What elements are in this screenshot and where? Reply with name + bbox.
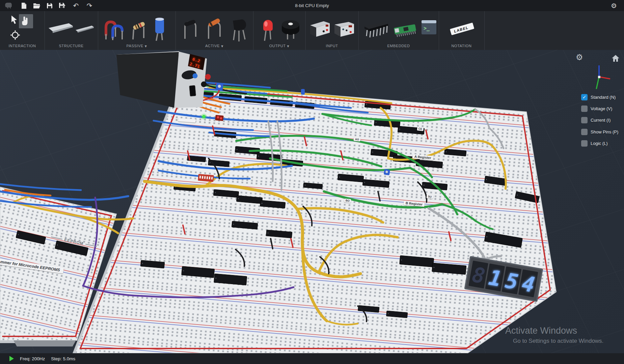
section-label-input: INPUT [305, 44, 358, 48]
checkbox[interactable]: ✓ [581, 117, 588, 123]
activate-windows-watermark-sub: Go to Settings to activate Windows. [513, 338, 603, 344]
section-label-structure: STRUCTURE [45, 44, 98, 48]
section-label-output[interactable]: OUTPUT▼ [253, 44, 305, 48]
section-label-embedded: EMBEDDED [358, 44, 439, 48]
dropdown-arrow-icon: ▼ [287, 45, 290, 48]
toolbar-section-interaction: INTERACTION [0, 11, 45, 50]
breadboard-icon[interactable] [49, 23, 73, 33]
scene-canvas[interactable]: 6.2 2.71 8 [0, 50, 624, 353]
activate-windows-watermark: Activate Windows [505, 326, 577, 336]
resistor-icon[interactable] [129, 19, 149, 41]
buzzer-icon[interactable] [279, 19, 302, 41]
toolbar-section-structure: STRUCTURE [45, 11, 98, 50]
checkbox[interactable]: ✓ [581, 140, 588, 147]
microcontroller-icon[interactable] [392, 20, 418, 39]
checkbox[interactable]: ✓ [581, 105, 588, 112]
dropdown-arrow-icon: ▼ [145, 45, 147, 48]
scene-tag-su[interactable]: SU [427, 194, 433, 199]
led-icon[interactable] [259, 17, 277, 42]
terminal-icon[interactable]: >_ [421, 20, 437, 35]
dip-ic-icon[interactable] [362, 19, 391, 41]
display-option-logic[interactable]: ✓ Logic (L) [581, 139, 624, 147]
zener-diode-icon[interactable] [205, 17, 226, 41]
settings-gear-icon[interactable]: ⚙ [609, 1, 618, 10]
capacitor-blue[interactable] [301, 89, 305, 95]
component-toolbar: INTERACTION STRUCTURE [0, 11, 624, 50]
section-label-interaction: INTERACTION [0, 44, 45, 48]
section-label-passive[interactable]: PASSIVE▼ [98, 44, 175, 48]
viewport-settings-gear-icon[interactable]: ⚙ [576, 54, 583, 61]
display-option-voltage[interactable]: ✓ Voltage (V) [581, 104, 624, 113]
status-led-green[interactable] [201, 114, 207, 120]
play-button[interactable] [9, 356, 14, 361]
check-icon: ✓ [582, 94, 587, 100]
label-tag-icon[interactable]: LABEL [447, 20, 478, 37]
statusbar: Freq: 200Hz Step: 5.0ms [0, 353, 624, 364]
titlebar: ↶ ↷ 8-bit CPU Empty ⚙ [0, 0, 624, 11]
display-option-standard[interactable]: ✓ Standard (N) [581, 93, 624, 101]
power-supply-icon[interactable] [310, 21, 330, 37]
potentiometer-blue[interactable] [384, 169, 390, 175]
section-label-active[interactable]: ACTIVE▼ [175, 44, 253, 48]
checkbox[interactable]: ✓ [581, 94, 588, 100]
potentiometer-blue[interactable] [216, 83, 223, 90]
hand-tool-icon[interactable] [21, 16, 31, 27]
toolbar-section-output: OUTPUT▼ [253, 11, 306, 50]
toolbar-section-active: ACTIVE▼ [175, 11, 253, 50]
cursor-tool-icon[interactable] [11, 15, 18, 25]
terminal-prompt-glyph: >_ [424, 25, 430, 31]
orientation-gizmo[interactable] [588, 63, 612, 90]
psu-jack-red[interactable] [205, 74, 211, 80]
document-title: 8-bit CPU Empty [0, 0, 624, 11]
board-support [13, 340, 76, 346]
crumb-app-window: ↶ ↷ 8-bit CPU Empty ⚙ INTERACTION STRUCT… [0, 0, 624, 364]
led-cluster-red[interactable] [215, 115, 224, 121]
checkbox[interactable]: ✓ [581, 129, 588, 135]
capacitor-icon[interactable] [151, 17, 168, 41]
scene-viewport[interactable]: 6.2 2.71 8 [0, 50, 624, 353]
psu-jack-black[interactable] [201, 82, 207, 87]
toolbar-section-input: INPUT [305, 11, 359, 50]
dropdown-arrow-icon: ▼ [221, 45, 223, 48]
toolbar-section-notation: LABEL NOTATION [439, 11, 485, 50]
home-icon[interactable] [612, 55, 620, 62]
bar-icon[interactable] [76, 26, 94, 33]
dip-switch[interactable] [198, 174, 214, 182]
diode-icon[interactable] [182, 18, 202, 41]
psu-power-switch[interactable] [189, 85, 196, 96]
transistor-icon[interactable] [229, 17, 248, 42]
display-option-current[interactable]: ✓ Current (I) [581, 116, 624, 124]
bench-power-supply-icon[interactable] [334, 22, 354, 37]
toolbar-section-passive: PASSIVE▼ [98, 11, 176, 50]
scene-tag-bo[interactable]: BO [344, 199, 351, 203]
frequency-readout: Freq: 200Hz [20, 356, 45, 361]
wire-icon[interactable] [104, 17, 130, 41]
display-option-show-pins[interactable]: ✓ Show Pins (P) [581, 128, 624, 136]
section-label-notation: NOTATION [439, 44, 484, 48]
target-tool-icon[interactable] [10, 30, 20, 40]
toolbar-section-embedded: >_ EMBEDDED [358, 11, 439, 50]
step-readout: Step: 5.0ms [51, 356, 75, 361]
scene-tag-ce[interactable]: CE [417, 127, 424, 131]
scene-tag-ao[interactable]: AO [354, 137, 361, 142]
